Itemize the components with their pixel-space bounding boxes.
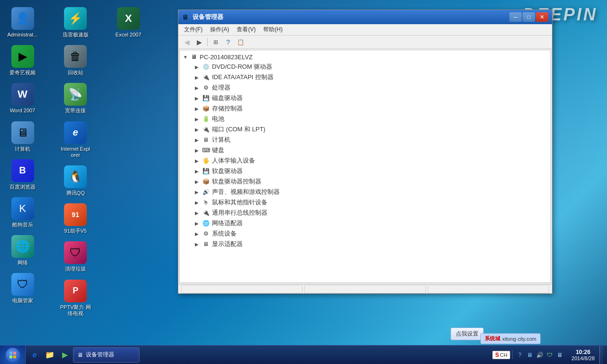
show-desktop-button[interactable] bbox=[599, 346, 603, 364]
minimize-button[interactable]: ─ bbox=[509, 12, 522, 22]
computer-label: 计算机 bbox=[15, 146, 30, 152]
display-arrow: ▶ bbox=[194, 241, 200, 247]
taskbar-devmgr-app[interactable]: 🖥 设备管理器 bbox=[73, 347, 139, 363]
tree-item-storage[interactable]: ▶ 📦 存储控制器 bbox=[180, 103, 551, 114]
clean-label: 清理垃圾 bbox=[65, 266, 86, 272]
taskbar-explorer-icon[interactable]: 📁 bbox=[43, 347, 57, 363]
tray-display-icon[interactable]: 🖥 bbox=[555, 351, 564, 359]
xitong-logo: 系统城 bbox=[485, 335, 500, 342]
tree-item-hid[interactable]: ▶ 🖐 人体学输入设备 bbox=[180, 155, 551, 166]
maximize-button[interactable]: □ bbox=[523, 12, 535, 22]
xitong-url: xitong city.com bbox=[502, 336, 536, 342]
network-icon: 🌐 bbox=[11, 235, 34, 258]
tree-item-sound[interactable]: ▶ 🔊 声音、视频和游戏控制器 bbox=[180, 187, 551, 197]
svg-rect-3 bbox=[13, 355, 16, 358]
menu-file[interactable]: 文件(F) bbox=[180, 25, 206, 35]
tree-item-mouse[interactable]: ▶ 🖱 鼠标和其他指针设备 bbox=[180, 197, 551, 208]
tree-root-item[interactable]: ▼ 🖥 PC-20140823ELVZ bbox=[180, 52, 551, 62]
system-clock[interactable]: 10:26 2014/8/28 bbox=[569, 349, 598, 361]
desktop-icon-broadband[interactable]: 📡 宽带连接 bbox=[58, 81, 93, 116]
desktop-icon-baidu[interactable]: B 百度浏览器 bbox=[5, 157, 40, 192]
start-button[interactable] bbox=[0, 346, 26, 364]
desktop-icon-91[interactable]: 91 91助手V5 bbox=[58, 201, 93, 237]
tree-item-disk[interactable]: ▶ 💾 磁盘驱动器 bbox=[180, 93, 551, 103]
desktop-icon-network[interactable]: 🌐 网络 bbox=[5, 233, 40, 268]
tree-item-dvd[interactable]: ▶ 💿 DVD/CD-ROM 驱动器 bbox=[180, 62, 551, 72]
keyboard-icon: ⌨ bbox=[202, 146, 210, 154]
taskbar-mediaplayer-icon[interactable]: ▶ bbox=[58, 347, 72, 363]
tray-network-icon[interactable]: 🖥 bbox=[525, 351, 534, 359]
tree-item-system[interactable]: ▶ ⚙ 系统设备 bbox=[180, 228, 551, 239]
tree-item-keyboard[interactable]: ▶ ⌨ 键盘 bbox=[180, 145, 551, 155]
tree-item-floppy[interactable]: ▶ 💾 软盘驱动器 bbox=[180, 166, 551, 176]
pptv-label: PPTV聚力 网络电视 bbox=[60, 304, 91, 317]
desktop-icon-excel[interactable]: X Excel 2007 bbox=[110, 5, 146, 40]
floppy-arrow: ▶ bbox=[194, 168, 200, 174]
xunlei-label: 迅雷极速版 bbox=[63, 32, 89, 38]
tree-item-port[interactable]: ▶ 🔌 端口 (COM 和 LPT) bbox=[180, 124, 551, 135]
show-all-button[interactable]: ⊞ bbox=[210, 37, 221, 47]
tree-item-display[interactable]: ▶ 🖥 显示适配器 bbox=[180, 239, 551, 249]
tree-item-cpu[interactable]: ▶ ⚙ 处理器 bbox=[180, 82, 551, 93]
desktop-icon-pptv[interactable]: P PPTV聚力 网络电视 bbox=[58, 277, 93, 319]
tree-item-netadapter[interactable]: ▶ 🌐 网络适配器 bbox=[180, 218, 551, 228]
tree-item-computer[interactable]: ▶ 🖥 计算机 bbox=[180, 135, 551, 145]
taskbar-ie-icon[interactable]: e bbox=[28, 347, 42, 363]
cpu-arrow: ▶ bbox=[194, 85, 200, 91]
computer2-label: 计算机 bbox=[212, 136, 230, 144]
tray-question-icon[interactable]: ? bbox=[515, 351, 524, 359]
menu-view[interactable]: 查看(V) bbox=[233, 25, 259, 35]
recycle-icon: 🗑 bbox=[64, 45, 87, 68]
settings-button[interactable]: 点我设置 bbox=[451, 328, 484, 340]
desktop-icon-ie[interactable]: e Internet Explorer bbox=[58, 119, 93, 161]
desktop-icon-computer[interactable]: 🖥 计算机 bbox=[5, 119, 40, 155]
forward-button[interactable]: ▶ bbox=[193, 37, 205, 47]
desktop-icon-qq[interactable]: 🐧 腾讯QQ bbox=[58, 163, 93, 199]
cpu-icon: ⚙ bbox=[202, 84, 210, 91]
desktop-icon-recycle[interactable]: 🗑 回收站 bbox=[58, 43, 93, 78]
back-button[interactable]: ◀ bbox=[181, 37, 193, 47]
baidu-icon: B bbox=[11, 159, 34, 182]
tray-volume-icon[interactable]: 🔊 bbox=[535, 351, 544, 359]
close-button[interactable]: ✕ bbox=[536, 12, 548, 22]
storage-icon: 📦 bbox=[202, 105, 210, 112]
91-icon: 91 bbox=[64, 203, 87, 226]
tree-item-ide[interactable]: ▶ 🔌 IDE ATA/ATAPI 控制器 bbox=[180, 72, 551, 82]
desktop-icon-iqiyi[interactable]: ▶ 爱奇艺视频 bbox=[5, 43, 40, 78]
menu-help[interactable]: 帮助(H) bbox=[259, 25, 286, 35]
tray-area: ? 🖥 🔊 🛡 🖥 bbox=[512, 351, 567, 359]
properties-button[interactable]: 📋 bbox=[235, 37, 246, 47]
toolbar-sep-1 bbox=[207, 38, 208, 46]
cpu-label: 处理器 bbox=[212, 83, 230, 92]
port-label: 端口 (COM 和 LPT) bbox=[212, 125, 266, 134]
tray-security-icon[interactable]: 🛡 bbox=[545, 351, 554, 359]
status-bar bbox=[178, 284, 552, 293]
ie-icon: e bbox=[64, 121, 87, 144]
sound-label: 声音、视频和游戏控制器 bbox=[212, 188, 280, 196]
computer2-arrow: ▶ bbox=[194, 137, 200, 143]
floppy-icon: 💾 bbox=[202, 167, 210, 175]
desktop-icon-word[interactable]: W Word 2007 bbox=[5, 81, 40, 116]
desktop-icon-pcmgr[interactable]: 🛡 电脑管家 bbox=[5, 271, 40, 306]
ide-icon: 🔌 bbox=[202, 73, 210, 81]
tree-item-floppyctrl[interactable]: ▶ 📦 软盘驱动器控制器 bbox=[180, 176, 551, 187]
sound-arrow: ▶ bbox=[194, 189, 200, 195]
menu-action[interactable]: 操作(A) bbox=[206, 25, 233, 35]
tree-item-serial[interactable]: ▶ 🔌 通用串行总线控制器 bbox=[180, 208, 551, 218]
ie-label: Internet Explorer bbox=[60, 146, 91, 158]
ide-label: IDE ATA/ATAPI 控制器 bbox=[212, 73, 274, 82]
floppyctrl-icon: 📦 bbox=[202, 178, 210, 185]
root-arrow: ▼ bbox=[183, 54, 188, 60]
desktop-icon-administrator[interactable]: 👤 Administrat... bbox=[5, 5, 40, 40]
battery-arrow: ▶ bbox=[194, 116, 200, 122]
desktop-icon-xunlei[interactable]: ⚡ 迅雷极速版 bbox=[58, 5, 93, 40]
tree-area[interactable]: ▼ 🖥 PC-20140823ELVZ ▶ 💿 DVD/CD-ROM 驱动器 ▶… bbox=[179, 50, 551, 283]
desktop-icon-kugou[interactable]: K 酷狗音乐 bbox=[5, 195, 40, 230]
sogou-input-button[interactable]: S CH bbox=[492, 351, 510, 359]
help-button[interactable]: ? bbox=[222, 37, 234, 47]
tree-item-battery[interactable]: ▶ 🔋 电池 bbox=[180, 114, 551, 124]
battery-icon: 🔋 bbox=[202, 115, 210, 123]
tree-content: ▼ 🖥 PC-20140823ELVZ ▶ 💿 DVD/CD-ROM 驱动器 ▶… bbox=[180, 50, 551, 251]
iqiyi-icon: ▶ bbox=[11, 45, 34, 68]
desktop-icon-clean[interactable]: 🛡 清理垃圾 bbox=[58, 239, 93, 274]
